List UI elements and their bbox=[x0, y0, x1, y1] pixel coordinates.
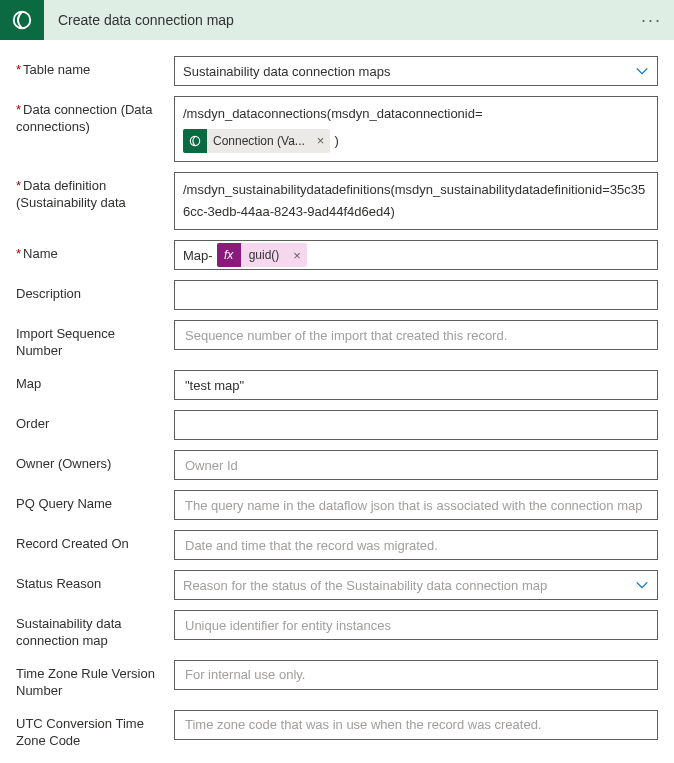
dialog-header: Create data connection map ··· bbox=[0, 0, 674, 40]
data-connection-suffix: ) bbox=[334, 130, 338, 152]
data-connection-input[interactable]: /msdyn_dataconnections(msdyn_dataconnect… bbox=[174, 96, 658, 162]
row-record-created: Record Created On bbox=[16, 530, 658, 560]
fx-token[interactable]: fx guid() × bbox=[217, 243, 307, 267]
name-input[interactable]: Map- fx guid() × bbox=[174, 240, 658, 270]
label-pq-query: PQ Query Name bbox=[16, 490, 174, 513]
description-input[interactable] bbox=[174, 280, 658, 310]
more-options-button[interactable]: ··· bbox=[641, 10, 662, 31]
table-name-select[interactable]: Sustainability data connection maps bbox=[174, 56, 658, 86]
fx-icon: fx bbox=[217, 243, 241, 267]
row-status-reason: Status Reason Reason for the status of t… bbox=[16, 570, 658, 600]
label-status-reason: Status Reason bbox=[16, 570, 174, 593]
connector-icon bbox=[183, 129, 207, 153]
label-tz-rule: Time Zone Rule Version Number bbox=[16, 660, 174, 700]
token-label: Connection (Va... bbox=[207, 131, 311, 151]
form-body: *Table name Sustainability data connecti… bbox=[0, 40, 674, 763]
description-field[interactable] bbox=[183, 287, 649, 304]
row-description: Description bbox=[16, 280, 658, 310]
label-data-connection: *Data connection (Data connections) bbox=[16, 96, 174, 136]
row-data-definition: *Data definition (Sustainability data /m… bbox=[16, 172, 658, 230]
status-reason-placeholder: Reason for the status of the Sustainabil… bbox=[183, 578, 547, 593]
table-name-value: Sustainability data connection maps bbox=[183, 64, 390, 79]
owner-field[interactable] bbox=[183, 457, 649, 474]
label-order: Order bbox=[16, 410, 174, 433]
label-utc-conv: UTC Conversion Time Zone Code bbox=[16, 710, 174, 750]
svg-point-0 bbox=[14, 12, 31, 29]
fx-remove-button[interactable]: × bbox=[287, 248, 307, 263]
row-utc-conv: UTC Conversion Time Zone Code bbox=[16, 710, 658, 750]
data-definition-input[interactable]: /msdyn_sustainabilitydatadefinitions(msd… bbox=[174, 172, 658, 230]
row-table-name: *Table name Sustainability data connecti… bbox=[16, 56, 658, 86]
record-created-input[interactable] bbox=[174, 530, 658, 560]
row-sdc-map: Sustainability data connection map bbox=[16, 610, 658, 650]
order-field[interactable] bbox=[183, 417, 649, 434]
record-created-field[interactable] bbox=[183, 537, 649, 554]
row-data-connection: *Data connection (Data connections) /msd… bbox=[16, 96, 658, 162]
row-import-seq: Import Sequence Number bbox=[16, 320, 658, 360]
sdc-map-input[interactable] bbox=[174, 610, 658, 640]
import-seq-field[interactable] bbox=[183, 327, 649, 344]
label-table-name: *Table name bbox=[16, 56, 174, 79]
name-prefix: Map- bbox=[183, 248, 213, 263]
label-record-created: Record Created On bbox=[16, 530, 174, 553]
row-pq-query: PQ Query Name bbox=[16, 490, 658, 520]
map-field[interactable] bbox=[183, 377, 649, 394]
row-order: Order bbox=[16, 410, 658, 440]
label-description: Description bbox=[16, 280, 174, 303]
status-reason-select[interactable]: Reason for the status of the Sustainabil… bbox=[174, 570, 658, 600]
chevron-down-icon bbox=[635, 64, 649, 78]
label-name: *Name bbox=[16, 240, 174, 263]
svg-point-1 bbox=[190, 136, 199, 145]
import-seq-input[interactable] bbox=[174, 320, 658, 350]
row-map: Map bbox=[16, 370, 658, 400]
pq-query-input[interactable] bbox=[174, 490, 658, 520]
tz-rule-field[interactable] bbox=[183, 666, 649, 683]
token-remove-button[interactable]: × bbox=[311, 130, 331, 152]
sdc-map-field[interactable] bbox=[183, 617, 649, 634]
map-input[interactable] bbox=[174, 370, 658, 400]
label-owner: Owner (Owners) bbox=[16, 450, 174, 473]
pq-query-field[interactable] bbox=[183, 497, 649, 514]
tz-rule-input[interactable] bbox=[174, 660, 658, 690]
data-connection-prefix: /msdyn_dataconnections(msdyn_dataconnect… bbox=[183, 103, 483, 125]
utc-conv-input[interactable] bbox=[174, 710, 658, 740]
connector-icon bbox=[0, 0, 44, 40]
label-data-definition: *Data definition (Sustainability data bbox=[16, 172, 174, 212]
label-sdc-map: Sustainability data connection map bbox=[16, 610, 174, 650]
row-name: *Name Map- fx guid() × bbox=[16, 240, 658, 270]
chevron-down-icon bbox=[635, 578, 649, 592]
label-map: Map bbox=[16, 370, 174, 393]
label-import-seq: Import Sequence Number bbox=[16, 320, 174, 360]
owner-input[interactable] bbox=[174, 450, 658, 480]
order-input[interactable] bbox=[174, 410, 658, 440]
utc-conv-field[interactable] bbox=[183, 716, 649, 733]
row-owner: Owner (Owners) bbox=[16, 450, 658, 480]
fx-label: guid() bbox=[241, 248, 288, 262]
dialog-title: Create data connection map bbox=[44, 12, 641, 28]
data-definition-value: /msdyn_sustainabilitydatadefinitions(msd… bbox=[183, 182, 645, 219]
row-tz-rule: Time Zone Rule Version Number bbox=[16, 660, 658, 700]
data-connection-token[interactable]: Connection (Va... × bbox=[183, 129, 330, 153]
